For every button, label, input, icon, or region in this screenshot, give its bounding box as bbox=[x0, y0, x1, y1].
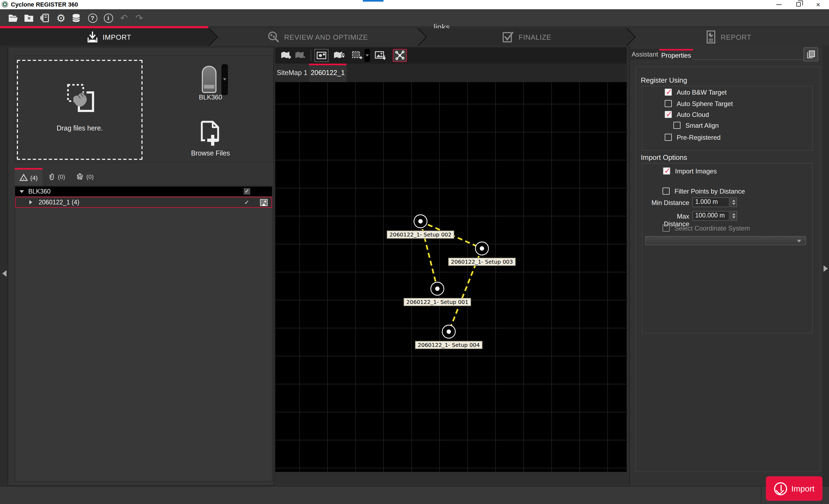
app-logo-icon bbox=[2, 1, 8, 8]
add-sitemap-icon[interactable] bbox=[279, 49, 293, 62]
sitemap-toolbar bbox=[275, 47, 627, 64]
review-magnifier-icon bbox=[267, 31, 280, 43]
undo-icon[interactable]: ↶ bbox=[118, 12, 130, 24]
active-viewport-tab-indicator bbox=[309, 64, 347, 65]
tree-row-image-icon[interactable] bbox=[260, 199, 267, 206]
bundle-icon bbox=[76, 173, 84, 181]
remove-sitemap-icon[interactable] bbox=[293, 49, 307, 62]
drag-files-label: Drag files here. bbox=[18, 124, 141, 132]
minimize-icon bbox=[776, 4, 782, 5]
tab-issues[interactable]: (4) bbox=[15, 168, 42, 185]
coordinate-system-checkbox[interactable] bbox=[662, 225, 670, 232]
blk360-device-icon[interactable] bbox=[202, 66, 216, 93]
smart-align-label: Smart Align bbox=[685, 122, 719, 129]
window-title: Cyclone REGISTER 360 bbox=[11, 1, 78, 8]
links-tool-icon[interactable] bbox=[393, 49, 407, 62]
min-distance-input[interactable]: 1.000 m bbox=[692, 197, 729, 207]
setup-node[interactable] bbox=[431, 282, 444, 295]
storage-manager-icon[interactable] bbox=[39, 12, 50, 24]
tab-bundles[interactable]: (0) bbox=[71, 168, 99, 185]
pre-registered-checkbox[interactable] bbox=[665, 134, 672, 141]
coordinate-system-dropdown[interactable] bbox=[645, 236, 806, 245]
blk360-dropdown[interactable] bbox=[221, 64, 228, 95]
active-step-indicator bbox=[0, 26, 208, 28]
restore-button[interactable] bbox=[792, 0, 805, 9]
filter-points-checkbox[interactable] bbox=[662, 188, 670, 195]
tree-row-2060122[interactable]: 2060122_1 (4) ✓ bbox=[15, 197, 272, 208]
minimize-button[interactable] bbox=[772, 0, 786, 9]
close-button[interactable]: × bbox=[812, 0, 825, 9]
selection-add-icon[interactable] bbox=[350, 49, 364, 62]
tab-2060122-1-label: 2060122_1 bbox=[311, 69, 345, 77]
setup-node-label: 2060122_1- Setup 001 bbox=[404, 298, 471, 306]
toolbar-separator bbox=[311, 50, 311, 61]
warning-triangle-icon bbox=[20, 174, 28, 181]
settings-gear-icon[interactable]: ⚙ bbox=[55, 12, 67, 24]
import-images-checkbox[interactable] bbox=[663, 167, 670, 175]
collapse-left-panel-arrow[interactable] bbox=[2, 270, 6, 277]
blk360-label: BLK360 bbox=[185, 93, 236, 101]
panel-layout-button[interactable] bbox=[803, 47, 818, 62]
tab-finalize[interactable]: FINALIZE bbox=[418, 28, 635, 46]
auto-cloud-checkbox[interactable] bbox=[665, 111, 672, 118]
main-toolbar: × ⚙ ? i ↶ ↷ links bbox=[0, 9, 829, 26]
taskbar-peek-strip bbox=[363, 0, 384, 2]
tab-import[interactable]: IMPORT bbox=[0, 28, 217, 46]
restore-icon bbox=[796, 2, 801, 6]
sitemap-image-icon[interactable] bbox=[315, 49, 329, 62]
paperclip-icon bbox=[49, 173, 55, 181]
coordinate-system-label: Select Coordinate System bbox=[675, 225, 750, 232]
auto-sphere-target-checkbox[interactable] bbox=[665, 100, 672, 107]
close-project-icon[interactable]: × bbox=[23, 12, 35, 24]
tab-attachments[interactable]: (0) bbox=[43, 168, 70, 185]
tab-assistant[interactable]: Assistant bbox=[630, 49, 659, 60]
import-button[interactable]: Import bbox=[766, 476, 823, 501]
tab-review-label: REVIEW AND OPTIMIZE bbox=[284, 33, 368, 41]
max-distance-spinner[interactable] bbox=[730, 211, 737, 221]
auto-bw-target-label: Auto B&W Target bbox=[677, 89, 727, 96]
tree-row-blk360[interactable]: BLK360 ✓ bbox=[15, 187, 272, 196]
tab-properties-label: Properties bbox=[661, 51, 691, 59]
setup-node[interactable] bbox=[414, 215, 427, 228]
smart-align-checkbox[interactable] bbox=[674, 122, 681, 129]
close-icon: × bbox=[816, 1, 820, 8]
browse-files-button[interactable] bbox=[197, 120, 224, 148]
setup-node[interactable] bbox=[442, 325, 455, 338]
tab-report[interactable]: REPORT bbox=[627, 28, 829, 46]
bottom-bar-divider bbox=[761, 486, 762, 504]
sitemap-pin-icon[interactable] bbox=[332, 49, 346, 62]
auto-cloud-label: Auto Cloud bbox=[677, 111, 709, 119]
redo-icon[interactable]: ↷ bbox=[133, 12, 145, 24]
expand-arrow-icon[interactable] bbox=[20, 190, 24, 195]
database-icon[interactable] bbox=[70, 12, 82, 24]
auto-bw-target-checkbox[interactable] bbox=[665, 89, 672, 96]
tree-row-check-icon[interactable]: ✓ bbox=[244, 199, 249, 206]
open-folder-icon[interactable] bbox=[7, 12, 19, 24]
tree-row-label: BLK360 bbox=[28, 188, 50, 195]
tab-sitemap-1[interactable]: SiteMap 1 bbox=[275, 64, 309, 82]
title-bar: Cyclone REGISTER 360 × bbox=[0, 0, 829, 9]
drag-hand-icon bbox=[66, 84, 95, 114]
image-download-icon[interactable] bbox=[373, 49, 387, 62]
import-button-label: Import bbox=[791, 484, 814, 493]
collapse-arrow-icon[interactable] bbox=[29, 200, 34, 204]
workflow-bar: IMPORT REVIEW AND OPTIMIZE FINALIZE REPO… bbox=[0, 28, 829, 46]
tab-assistant-label: Assistant bbox=[632, 50, 658, 58]
info-icon[interactable]: i bbox=[102, 12, 114, 24]
setup-node[interactable] bbox=[475, 242, 489, 255]
tab-review-and-optimize[interactable]: REVIEW AND OPTIMIZE bbox=[209, 28, 426, 46]
min-distance-spinner[interactable] bbox=[730, 197, 737, 207]
tab-properties[interactable]: Properties bbox=[659, 49, 693, 60]
tab-sitemap-1-label: SiteMap 1 bbox=[277, 69, 308, 77]
bundles-count: (0) bbox=[86, 173, 94, 180]
tab-2060122-1[interactable]: 2060122_1 bbox=[309, 64, 347, 82]
drag-files-dropzone[interactable]: Drag files here. bbox=[17, 60, 143, 160]
max-distance-input[interactable]: 100.000 m bbox=[692, 211, 729, 221]
tree-row-checkbox[interactable]: ✓ bbox=[244, 188, 250, 195]
attachments-count: (0) bbox=[58, 173, 65, 180]
help-icon[interactable]: ? bbox=[86, 12, 99, 24]
collapse-right-panel-arrow[interactable] bbox=[824, 265, 828, 272]
tab-finalize-label: FINALIZE bbox=[519, 33, 551, 41]
sitemap-canvas[interactable]: 2060122_1- Setup 0022060122_1- Setup 003… bbox=[275, 82, 627, 472]
selection-dropdown[interactable] bbox=[364, 49, 370, 62]
